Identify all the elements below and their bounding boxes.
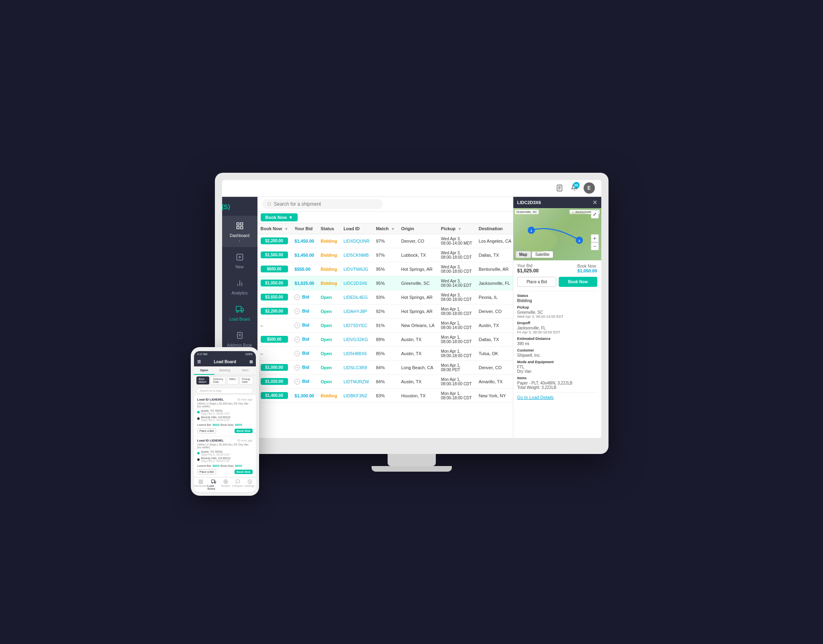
cell-destination: New York, NY xyxy=(476,388,513,403)
phone-nav-routes[interactable]: Routes xyxy=(220,479,232,490)
add-bid-icon[interactable]: + xyxy=(294,351,300,356)
book-now-badge[interactable]: $1,020.00 xyxy=(261,378,288,385)
col-load-id[interactable]: Load ID xyxy=(340,223,373,234)
add-bid-icon[interactable]: + xyxy=(294,365,300,370)
book-now-badge[interactable]: $600.00 xyxy=(261,266,288,272)
place-bid-button[interactable]: Place a Bid xyxy=(517,277,557,287)
phone-filter-pickup[interactable]: Pickup Date xyxy=(239,376,253,384)
col-pickup[interactable]: Pickup ▼ xyxy=(438,223,476,234)
cell-book-now: – xyxy=(257,346,292,360)
table-row[interactable]: –+ BidOpenLID7S5YEC91%New Orleans, LAMon… xyxy=(257,318,513,332)
notification-bell[interactable]: 26 xyxy=(571,184,578,192)
table-row[interactable]: $1,500.00$1,450.00BiddingLID5CKNMB97%Lub… xyxy=(257,248,513,262)
col-your-bid[interactable]: Your Bid xyxy=(291,223,317,234)
phone-nav-settings[interactable]: Settings xyxy=(244,479,256,490)
cell-load-id: LIDC2D3X6 xyxy=(340,276,373,290)
add-bid-icon[interactable]: + xyxy=(294,379,300,384)
phone-card-2-stop-2: Beverly Hills, CA 90210 Stop Feb 2, 09:0… xyxy=(197,457,253,462)
table-row[interactable]: –+ BidOpenLID5H8BX685%Austin, TXMon Apr … xyxy=(257,346,513,360)
phone-nav-messages[interactable]: Chequen xyxy=(232,479,244,490)
go-to-load-details-link[interactable]: Go to Load Details xyxy=(517,395,597,400)
zoom-out-button[interactable]: − xyxy=(591,242,599,250)
load-id-link[interactable]: LIDEDL4EG xyxy=(343,295,368,300)
book-now-badge[interactable]: $500.00 xyxy=(261,336,288,343)
table-row[interactable]: $1,400.00$1,300.00BiddingLIDBKF3NZ83%Hou… xyxy=(257,388,513,403)
add-bid-icon[interactable]: + xyxy=(294,309,300,314)
book-now-badge[interactable]: $2,200.00 xyxy=(261,237,288,244)
sidebar-item-new[interactable]: New xyxy=(222,247,257,273)
filter-row: Book Now ▼ xyxy=(257,212,513,223)
phone-tab-open[interactable]: Open xyxy=(194,366,214,375)
table-row[interactable]: $500.00+ BidOpenLIDVG32KG89%Austin, TXMo… xyxy=(257,332,513,346)
sidebar-item-dashboard[interactable]: Dashboard ▼ xyxy=(222,216,257,247)
phone-filter-icon[interactable]: ⊞ xyxy=(249,360,253,364)
phone-tab-bidding[interactable]: Bidding xyxy=(214,366,235,375)
sidebar-item-analytics[interactable]: Analytics xyxy=(222,273,257,299)
table-row[interactable]: $2,200.00+ BidOpenLIDAHYJ8P92%Hot Spring… xyxy=(257,304,513,318)
load-id-link[interactable]: LIDSLC3R8 xyxy=(343,365,367,370)
col-origin[interactable]: Origin xyxy=(398,223,438,234)
table-row[interactable]: $1,000.00+ BidOpenLIDSLC3R884%Long Beach… xyxy=(257,360,513,374)
table-row[interactable]: $1,050.00$1,025.00BiddingLIDC2D3X695%Gre… xyxy=(257,276,513,290)
book-now-button[interactable]: Book Now xyxy=(559,277,597,287)
col-match[interactable]: Match ▼ xyxy=(373,223,398,234)
col-status[interactable]: Status xyxy=(317,223,340,234)
search-wrapper[interactable] xyxy=(262,199,383,209)
phone-filter-best-match[interactable]: Best Match xyxy=(196,376,210,384)
load-id-link[interactable]: LIDTMJRZW xyxy=(343,379,369,384)
book-now-badge[interactable]: $1,500.00 xyxy=(261,251,288,258)
map-expand-button[interactable]: ⤢ xyxy=(591,211,599,219)
book-now-badge[interactable]: $2,200.00 xyxy=(261,308,288,315)
table-row[interactable]: $2,200.00$1,450.00BiddingLIDXDQUNR97%Den… xyxy=(257,234,513,248)
cell-match: 85% xyxy=(373,346,398,360)
table-row[interactable]: $1,020.00+ BidOpenLIDTMJRZW84%Austin, TX… xyxy=(257,374,513,388)
book-now-badge[interactable]: $3,650.00 xyxy=(261,294,288,301)
book-now-badge[interactable]: $1,000.00 xyxy=(261,364,288,371)
phone-tab-won[interactable]: Won xyxy=(235,366,255,375)
phone-filter-delivery[interactable]: Delivery Date xyxy=(210,376,225,384)
phone-book-now-1[interactable]: Book Now xyxy=(235,429,252,433)
load-id-link[interactable]: LIDXDQUNR xyxy=(343,239,370,243)
book-now-badge[interactable]: $1,400.00 xyxy=(261,392,288,399)
user-avatar[interactable]: E xyxy=(584,182,595,194)
cell-status: Open xyxy=(317,374,340,388)
phone-search-input[interactable]: Search for a load xyxy=(196,388,253,394)
estimated-distance-label: Estimated Distance xyxy=(517,337,597,341)
book-now-badge[interactable]: $1,050.00 xyxy=(261,280,288,286)
load-id-link[interactable]: LIDAHYJ8P xyxy=(343,309,367,314)
col-destination[interactable]: Destination xyxy=(476,223,513,234)
panel-close-button[interactable]: ✕ xyxy=(592,199,597,206)
your-bid-value: $1,025.00 xyxy=(294,281,314,286)
document-icon[interactable] xyxy=(554,182,565,194)
add-bid-icon[interactable]: + xyxy=(294,337,300,342)
panel-divider-2 xyxy=(517,392,597,393)
load-id-link[interactable]: LID7S5YEC xyxy=(343,323,367,328)
map-area[interactable]: Greenville, SC → Jacksonville, FL Map Sa… xyxy=(513,208,601,260)
load-id-link[interactable]: LIDVTW6JG xyxy=(343,267,368,272)
phone-load-card-1[interactable]: Load ID LIDIE9EL 30 mins ago 100mi | 2 S… xyxy=(194,395,256,436)
table-row[interactable]: $600.00$550.00BiddingLIDVTW6JG95%Hot Spr… xyxy=(257,262,513,276)
zoom-in-button[interactable]: + xyxy=(591,234,599,242)
book-now-filter[interactable]: Book Now ▼ xyxy=(261,213,298,221)
phone-filter-miles[interactable]: Miles xyxy=(227,376,238,384)
cell-pickup: Wed Apr 3,08:00-18:00 CDT xyxy=(438,248,476,262)
search-input[interactable] xyxy=(274,201,378,207)
phone-search-area[interactable]: Search for a load xyxy=(194,386,256,395)
phone-nav-loadboard[interactable]: Load Board xyxy=(208,479,220,490)
phone-place-bid-2[interactable]: Place a Bid xyxy=(197,469,216,474)
load-id-link[interactable]: LIDC2D3X6 xyxy=(343,281,367,286)
load-id-link[interactable]: LIDVG32KG xyxy=(343,337,368,342)
add-bid-icon[interactable]: + xyxy=(294,323,300,328)
sidebar-item-load-board[interactable]: Load Board xyxy=(222,299,257,325)
phone-load-card-2[interactable]: Load ID LIDIE9EL 30 mins ago 100mi | 2 S… xyxy=(194,436,256,477)
load-id-link[interactable]: LIDBKF3NZ xyxy=(343,393,367,398)
phone-place-bid-1[interactable]: Place a Bid xyxy=(197,428,216,433)
add-bid-icon[interactable]: + xyxy=(294,294,300,300)
phone-book-now-2[interactable]: Book Now xyxy=(235,470,252,474)
load-id-link[interactable]: LID5CKNMB xyxy=(343,253,369,258)
table-row[interactable]: $3,650.00+ BidOpenLIDEDL4EG93%Hot Spring… xyxy=(257,290,513,304)
col-book-now[interactable]: Book Now ▼ xyxy=(257,223,292,234)
load-id-link[interactable]: LID5H8BX6 xyxy=(343,351,367,356)
cell-destination: Tulsa, OK xyxy=(476,346,513,360)
phone-nav-dashboard[interactable]: Dashboard xyxy=(194,479,208,490)
